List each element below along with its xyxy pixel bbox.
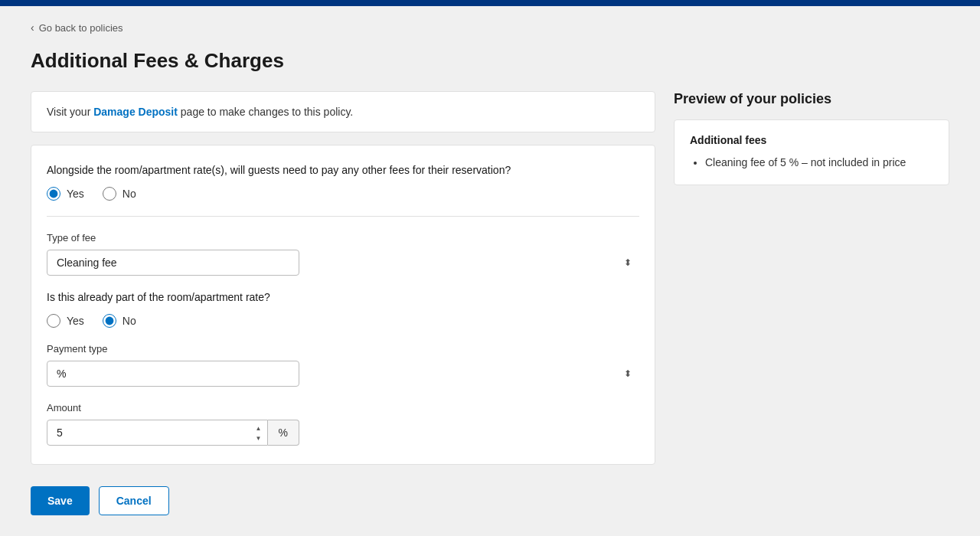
preview-title: Preview of your policies <box>674 91 949 107</box>
yes-radio[interactable] <box>47 187 60 201</box>
preview-list: Cleaning fee of 5 % – not included in pr… <box>690 154 933 171</box>
type-of-fee-select[interactable]: Cleaning fee Resort fee City tax Other <box>47 250 299 276</box>
amount-row: ▲ ▼ % <box>47 420 299 446</box>
included-yes-label: Yes <box>67 315 84 327</box>
yes-label: Yes <box>67 188 84 200</box>
back-link[interactable]: ‹ Go back to policies <box>31 21 949 34</box>
included-yes-option[interactable]: Yes <box>47 314 84 328</box>
amount-input-wrapper: ▲ ▼ <box>47 420 268 446</box>
save-button[interactable]: Save <box>31 486 90 515</box>
payment-type-label: Payment type <box>47 343 639 355</box>
left-panel: Visit your Damage Deposit page to make c… <box>31 91 655 515</box>
top-bar <box>0 0 980 6</box>
preview-card: Additional fees Cleaning fee of 5 % – no… <box>674 119 949 185</box>
included-question: Is this already part of the room/apartme… <box>47 291 639 303</box>
amount-unit-badge: % <box>268 420 299 446</box>
payment-type-wrapper: % Fixed amount ⬍ <box>47 361 639 387</box>
included-no-option[interactable]: No <box>103 314 136 328</box>
type-of-fee-wrapper: Cleaning fee Resort fee City tax Other ⬍ <box>47 250 639 276</box>
no-option[interactable]: No <box>103 187 136 201</box>
included-radio-group: Yes No <box>47 314 639 328</box>
amount-input[interactable] <box>47 420 268 446</box>
footer-buttons: Save Cancel <box>31 486 655 515</box>
no-label: No <box>122 188 136 200</box>
type-of-fee-chevron-icon: ⬍ <box>624 257 632 268</box>
notice-box: Visit your Damage Deposit page to make c… <box>31 91 655 132</box>
yes-no-radio-group: Yes No <box>47 187 639 201</box>
amount-spinner: ▲ ▼ <box>253 423 265 443</box>
amount-increment-button[interactable]: ▲ <box>253 423 265 433</box>
yes-option[interactable]: Yes <box>47 187 84 201</box>
main-question: Alongside the room/apartment rate(s), wi… <box>47 164 639 176</box>
type-of-fee-label: Type of fee <box>47 232 639 243</box>
no-radio[interactable] <box>103 187 116 201</box>
cancel-button[interactable]: Cancel <box>99 486 169 515</box>
damage-deposit-link[interactable]: Damage Deposit <box>93 106 178 118</box>
amount-decrement-button[interactable]: ▼ <box>253 433 265 443</box>
preview-section-title: Additional fees <box>690 134 933 146</box>
back-arrow-icon: ‹ <box>31 21 34 34</box>
amount-label: Amount <box>47 402 639 413</box>
included-no-label: No <box>122 315 136 327</box>
page-title: Additional Fees & Charges <box>31 49 949 73</box>
back-link-label: Go back to policies <box>39 22 123 34</box>
form-box: Alongside the room/apartment rate(s), wi… <box>31 145 655 465</box>
right-panel: Preview of your policies Additional fees… <box>674 91 949 185</box>
payment-type-chevron-icon: ⬍ <box>624 368 632 379</box>
divider-1 <box>47 216 639 217</box>
payment-type-select[interactable]: % Fixed amount <box>47 361 299 387</box>
included-yes-radio[interactable] <box>47 314 60 328</box>
notice-text-before: Visit your <box>47 106 93 118</box>
included-no-radio[interactable] <box>103 314 116 328</box>
notice-text-after: page to make changes to this policy. <box>178 106 353 118</box>
preview-list-item: Cleaning fee of 5 % – not included in pr… <box>705 154 933 171</box>
